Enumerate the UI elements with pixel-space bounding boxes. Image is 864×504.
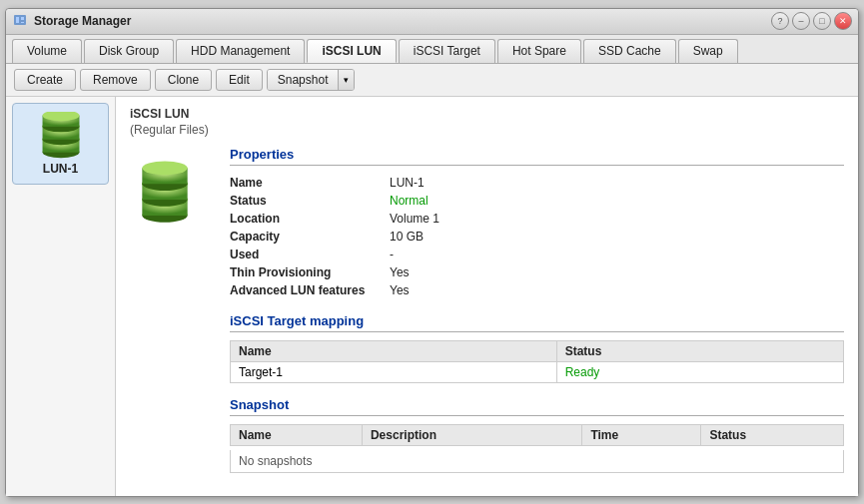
svg-rect-1 bbox=[16, 17, 19, 23]
detail-content: Properties Name LUN-1 Status Normal bbox=[130, 147, 844, 473]
toolbar: Create Remove Clone Edit Snapshot ▾ bbox=[6, 64, 858, 97]
prop-row-location: Location Volume 1 bbox=[230, 210, 844, 228]
window-title: Storage Manager bbox=[34, 14, 131, 28]
prop-row-thin: Thin Provisioning Yes bbox=[230, 263, 844, 281]
prop-row-capacity: Capacity 10 GB bbox=[230, 228, 844, 246]
prop-row-status: Status Normal bbox=[230, 192, 844, 210]
sidebar: LUN-1 bbox=[6, 97, 116, 496]
snapshot-no-data: No snapshots bbox=[230, 450, 844, 473]
snapshot-split-button[interactable]: Snapshot ▾ bbox=[267, 69, 356, 91]
create-button[interactable]: Create bbox=[14, 69, 76, 91]
prop-row-used: Used - bbox=[230, 246, 844, 263]
snapshot-dropdown-arrow[interactable]: ▾ bbox=[338, 70, 354, 90]
prop-value-used: - bbox=[390, 246, 844, 263]
storage-manager-window: Storage Manager ? – □ ✕ Volume Disk Grou… bbox=[5, 8, 859, 497]
prop-label-thin: Thin Provisioning bbox=[230, 263, 390, 281]
sidebar-item-lun1[interactable]: LUN-1 bbox=[12, 103, 109, 185]
iscsi-target-title: iSCSI Target mapping bbox=[230, 313, 844, 332]
detail-lun-icon bbox=[130, 157, 200, 225]
prop-value-advanced: Yes bbox=[390, 281, 844, 299]
snapshot-col-description: Description bbox=[362, 424, 581, 445]
tab-hot-spare[interactable]: Hot Spare bbox=[497, 39, 581, 63]
main-panel: iSCSI LUN (Regular Files) bbox=[116, 97, 858, 496]
clone-button[interactable]: Clone bbox=[155, 69, 212, 91]
tab-ssd-cache[interactable]: SSD Cache bbox=[583, 39, 676, 63]
iscsi-target-row: Target-1 Ready bbox=[231, 361, 844, 382]
title-bar: Storage Manager ? – □ ✕ bbox=[6, 9, 858, 35]
properties-title: Properties bbox=[230, 147, 844, 166]
prop-label-capacity: Capacity bbox=[230, 228, 390, 246]
prop-value-status: Normal bbox=[390, 192, 844, 210]
tab-iscsi-target[interactable]: iSCSI Target bbox=[399, 39, 495, 63]
tab-disk-group[interactable]: Disk Group bbox=[84, 39, 174, 63]
iscsi-target-row-status: Ready bbox=[556, 361, 843, 382]
iscsi-target-header-row: Name Status bbox=[231, 340, 844, 361]
prop-label-location: Location bbox=[230, 210, 390, 228]
properties-area: Properties Name LUN-1 Status Normal bbox=[230, 147, 844, 473]
maximize-button[interactable]: □ bbox=[813, 12, 831, 30]
snapshot-col-time: Time bbox=[582, 424, 701, 445]
snapshot-col-name: Name bbox=[231, 424, 363, 445]
sidebar-lun1-label: LUN-1 bbox=[43, 162, 78, 176]
lun-icon bbox=[33, 112, 89, 160]
prop-value-capacity: 10 GB bbox=[390, 228, 844, 246]
snapshot-title: Snapshot bbox=[230, 397, 844, 416]
window-icon bbox=[12, 13, 28, 29]
snapshot-col-status: Status bbox=[701, 424, 844, 445]
prop-label-status: Status bbox=[230, 192, 390, 210]
close-button[interactable]: ✕ bbox=[834, 12, 852, 30]
tab-volume[interactable]: Volume bbox=[12, 39, 82, 63]
remove-button[interactable]: Remove bbox=[80, 69, 151, 91]
prop-value-location: Volume 1 bbox=[390, 210, 844, 228]
edit-button[interactable]: Edit bbox=[216, 69, 263, 91]
detail-db-icon-area bbox=[130, 147, 210, 473]
minimize-button[interactable]: – bbox=[792, 12, 810, 30]
window-controls: ? – □ ✕ bbox=[771, 12, 852, 30]
svg-rect-0 bbox=[14, 15, 26, 25]
prop-value-name: LUN-1 bbox=[390, 174, 844, 192]
iscsi-target-col-status: Status bbox=[556, 340, 843, 361]
help-button[interactable]: ? bbox=[771, 12, 789, 30]
properties-table: Name LUN-1 Status Normal Location Volume… bbox=[230, 174, 844, 299]
prop-row-advanced: Advanced LUN features Yes bbox=[230, 281, 844, 299]
iscsi-target-table: Name Status Target-1 Ready bbox=[230, 340, 844, 383]
prop-label-name: Name bbox=[230, 174, 390, 192]
iscsi-target-col-name: Name bbox=[231, 340, 557, 361]
snapshot-table: Name Description Time Status bbox=[230, 424, 844, 446]
prop-label-used: Used bbox=[230, 246, 390, 263]
prop-label-advanced: Advanced LUN features bbox=[230, 281, 390, 299]
tab-iscsi-lun[interactable]: iSCSI LUN bbox=[307, 39, 396, 63]
prop-row-name: Name LUN-1 bbox=[230, 174, 844, 192]
content-area: LUN-1 iSCSI LUN (Regular Files) bbox=[6, 97, 858, 496]
svg-rect-2 bbox=[21, 17, 24, 20]
snapshot-header-row: Name Description Time Status bbox=[231, 424, 844, 445]
prop-value-thin: Yes bbox=[390, 263, 844, 281]
main-tabs: Volume Disk Group HDD Management iSCSI L… bbox=[6, 35, 858, 64]
svg-rect-3 bbox=[21, 22, 24, 23]
lun-header: iSCSI LUN (Regular Files) bbox=[130, 107, 844, 137]
svg-point-21 bbox=[142, 161, 187, 175]
tab-hdd-management[interactable]: HDD Management bbox=[176, 39, 305, 63]
snapshot-button-label[interactable]: Snapshot bbox=[268, 70, 339, 90]
tab-swap[interactable]: Swap bbox=[678, 39, 738, 63]
iscsi-target-row-name: Target-1 bbox=[231, 361, 557, 382]
